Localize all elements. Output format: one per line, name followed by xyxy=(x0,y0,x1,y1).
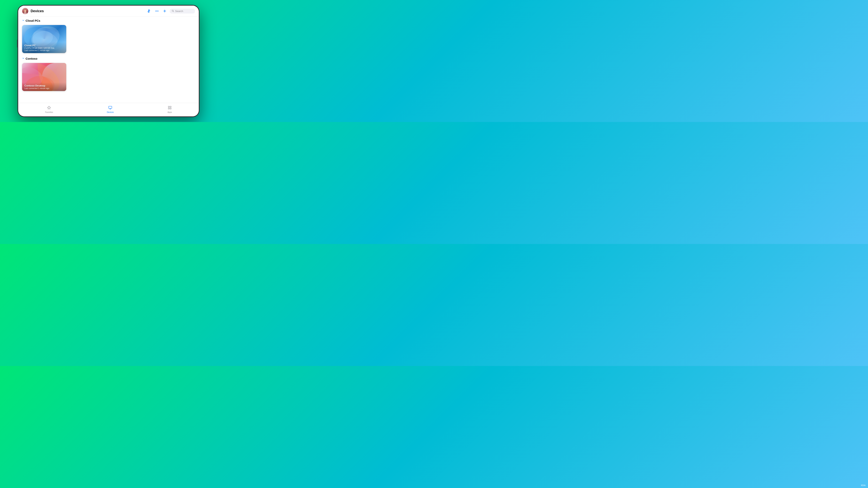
svg-point-3 xyxy=(157,11,157,11)
cloud-pc-specs: 2 vCPU | 8 GB RAM | 128 GB Disk xyxy=(24,47,64,49)
section-header-contoso[interactable]: Contoso xyxy=(22,56,195,61)
monitor-icon xyxy=(108,106,112,110)
svg-rect-16 xyxy=(170,106,171,107)
avatar-head xyxy=(24,10,26,12)
avatar-person xyxy=(23,9,27,14)
main-content: Cloud PCs Cloud PC 2 vCPU | 8 GB RAM | 1… xyxy=(18,17,199,103)
avatar-image xyxy=(22,8,28,14)
tab-devices[interactable]: Devices xyxy=(103,105,118,114)
cloud-pc-name: Cloud PC xyxy=(24,44,64,47)
svg-rect-12 xyxy=(109,106,112,109)
chevron-down-icon-2 xyxy=(22,57,24,60)
svg-rect-15 xyxy=(168,106,169,107)
cloud-pc-card-overlay: Cloud PC 2 vCPU | 8 GB RAM | 128 GB Disk… xyxy=(22,42,66,53)
device-card-contoso[interactable]: Contoso Desktop Last connected 1 minute … xyxy=(22,63,66,91)
tab-favorites[interactable]: Favorites xyxy=(41,105,57,114)
tablet-screen: Devices xyxy=(18,6,199,117)
tab-apps[interactable]: Apps xyxy=(163,105,176,114)
svg-line-8 xyxy=(173,11,174,12)
search-icon xyxy=(172,10,174,12)
avatar[interactable] xyxy=(22,8,28,14)
header-bar: Devices xyxy=(18,6,199,17)
section-cloud-pcs: Cloud PCs Cloud PC 2 vCPU | 8 GB RAM | 1… xyxy=(22,18,195,53)
side-button xyxy=(17,40,18,47)
star-icon xyxy=(47,106,51,110)
search-placeholder: Search xyxy=(175,10,183,12)
svg-marker-11 xyxy=(48,106,51,109)
tab-apps-label: Apps xyxy=(167,111,172,113)
section-header-cloud-pcs[interactable]: Cloud PCs xyxy=(22,18,195,23)
add-button[interactable] xyxy=(162,8,167,14)
avatar-body xyxy=(24,12,27,14)
apps-grid-icon xyxy=(168,106,172,110)
contoso-status: Last connected 1 minute ago xyxy=(24,87,64,90)
header-actions: Search xyxy=(147,8,195,14)
device-card-cloud-pc[interactable]: Cloud PC 2 vCPU | 8 GB RAM | 128 GB Disk… xyxy=(22,25,66,53)
cloud-pc-status: Last connected 1 minute ago xyxy=(24,50,64,52)
tablet-frame: Devices xyxy=(18,5,199,117)
section-title-contoso: Contoso xyxy=(26,57,37,60)
search-box[interactable]: Search xyxy=(170,9,195,13)
contoso-card-overlay: Contoso Desktop Last connected 1 minute … xyxy=(22,82,66,91)
sort-button[interactable] xyxy=(147,8,152,14)
tab-bar: Favorites Devices xyxy=(18,103,199,117)
chevron-down-icon xyxy=(22,19,24,22)
tab-favorites-label: Favorites xyxy=(45,111,53,113)
page-title: Devices xyxy=(31,9,144,13)
more-button[interactable] xyxy=(154,8,160,14)
contoso-name: Contoso Desktop xyxy=(24,84,64,87)
svg-rect-18 xyxy=(170,108,171,109)
svg-point-4 xyxy=(158,11,158,11)
section-title-cloud-pcs: Cloud PCs xyxy=(26,19,40,22)
section-contoso: Contoso Contoso Desktop Last connected 1… xyxy=(22,56,195,91)
svg-point-2 xyxy=(156,11,156,11)
tab-devices-label: Devices xyxy=(107,111,114,113)
svg-rect-17 xyxy=(168,108,169,109)
